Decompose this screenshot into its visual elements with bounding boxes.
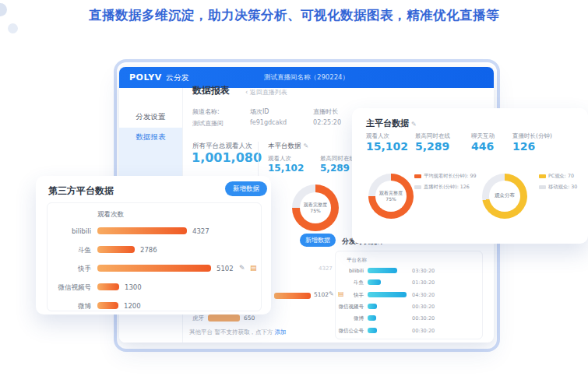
completion-donut-chart: 观看完整度 75% — [292, 184, 339, 231]
bar-value: 4327 — [192, 227, 209, 235]
stat-label: 观看人次 — [268, 155, 291, 163]
chart-title: 观看次数 — [97, 210, 124, 220]
stat-value: 15,102 — [366, 140, 408, 153]
save-icon[interactable]: ▤ — [338, 290, 344, 297]
bar — [97, 265, 211, 272]
edit-pencil-icon[interactable]: ✎ — [329, 290, 334, 297]
sidebar-item-data-report[interactable]: 数据报表 — [119, 128, 182, 146]
bar — [97, 227, 187, 234]
stat-label: 最高同时在线 — [415, 132, 450, 140]
bar-row: 快手5102✎▤ — [48, 264, 261, 273]
add-data-button[interactable]: 新增数据 — [300, 234, 336, 247]
stat-value: 5,289 — [415, 140, 449, 153]
info-label: 场次ID — [250, 107, 287, 116]
legend-item: 直播时长(分钟): 126 — [414, 184, 476, 191]
legend-item: 移动观众: 30 — [539, 184, 577, 191]
info-value: 测试直播间 — [192, 119, 224, 128]
stat-label: 直播时长(分钟) — [512, 132, 552, 140]
legend-swatch-icon — [414, 174, 421, 178]
donut-center-label: 观看完整度 75% — [292, 184, 339, 231]
info-label: 频道名称: — [192, 107, 224, 116]
bar — [368, 315, 376, 321]
bar-value: 00:30:20 — [412, 328, 435, 334]
save-icon[interactable]: ▤ — [250, 264, 257, 272]
bar-row: 微博00:30:20 — [336, 314, 482, 324]
bar — [97, 246, 135, 253]
page-title: 直播数据多维沉淀，助力决策分析、可视化数据图表，精准优化直播等 — [0, 7, 588, 24]
bar-label: 微信视频号 — [48, 283, 91, 293]
note-text: 其他平台 暂不支持获取，点下方添加 — [189, 329, 286, 336]
bar — [97, 283, 119, 290]
content-title: 数据报表 — [192, 84, 230, 97]
background-bar — [274, 293, 311, 299]
edit-pencil-icon[interactable]: ✎ — [411, 121, 417, 128]
bar-row: 微信公众号00:30:20 — [336, 327, 482, 336]
donut-legend: PC观众: 70移动观众: 30 — [539, 173, 577, 195]
info-field: 直播时长02:25:20 — [313, 107, 341, 128]
divider — [258, 142, 259, 176]
background-bar-value: 5102 — [314, 291, 329, 298]
bar-label: 斗鱼 — [48, 246, 91, 255]
donut-center-label: 观众分布 — [482, 174, 527, 219]
bar-value: 00:30:20 — [412, 315, 435, 322]
bar-row: 微信视频号1300 — [48, 283, 261, 292]
info-label: 直播时长 — [313, 107, 341, 116]
bar-row: 斗鱼2786 — [48, 245, 261, 255]
bar-value: 01:30:20 — [412, 279, 435, 286]
third-party-data-card: 第三方平台数据 新增数据 观看次数 bilibili4327斗鱼2786快手51… — [36, 176, 271, 314]
bar — [368, 328, 377, 333]
dashboard-header: POLYV 云分发 测试直播间名称（290224） — [119, 67, 494, 88]
info-field: 频道名称:测试直播间 — [192, 107, 224, 128]
card-title: 第三方平台数据 — [48, 184, 114, 198]
sidebar-item-distribution-settings[interactable]: 分发设置 — [119, 107, 182, 126]
bar-label: 微博 — [336, 315, 364, 322]
note-link[interactable]: 添加 — [274, 329, 286, 336]
legend-swatch-icon — [539, 185, 546, 189]
legend-item: PC观众: 70 — [539, 173, 577, 180]
completion-donut-chart: 观看完整度 75% — [368, 174, 414, 219]
audience-donut-chart: 观众分布 — [482, 174, 527, 219]
bar-value: 650 — [244, 314, 255, 322]
bar-label: 斗鱼 — [336, 279, 364, 286]
info-field: 场次IDfe91gdcakd — [250, 107, 287, 128]
bar-value: 03:30:20 — [412, 268, 435, 274]
bar — [97, 302, 118, 309]
add-data-button[interactable]: 新增数据 — [225, 181, 267, 196]
donut-center-label: 观看完整度 75% — [368, 174, 414, 219]
background-bar-value: 4327 — [319, 265, 333, 272]
views-bar-chart: 观看次数 bilibili4327斗鱼2786快手5102✎▤微信视频号1300… — [47, 202, 262, 311]
bar-value: 2786 — [140, 246, 157, 254]
bar-row: 快手04:30:20 — [336, 291, 482, 300]
bar-label: 虎牙 — [185, 314, 204, 322]
duration-chart-title: 平台名称 — [347, 257, 367, 264]
bar — [368, 268, 397, 273]
bar-row: 斗鱼01:30:20 — [336, 279, 482, 288]
card-title: 主平台数据✎ — [366, 118, 417, 129]
edit-pencil-icon[interactable]: ✎ — [304, 142, 309, 149]
edit-pencil-icon[interactable]: ✎ — [239, 264, 245, 272]
bar-value: 00:30:20 — [412, 304, 435, 310]
bar-label: bilibili — [336, 268, 364, 274]
bar-value: 04:30:20 — [412, 292, 435, 298]
back-link[interactable]: ‹ 返回直播列表 — [245, 88, 287, 97]
duration-chart: 平台名称 bilibili03:30:20斗鱼01:30:20快手04:30:2… — [335, 251, 483, 339]
page: 直播数据多维沉淀，助力决策分析、可视化数据图表，精准优化直播等 POLYV 云分… — [0, 0, 588, 383]
logo-suffix: 云分发 — [166, 72, 189, 83]
bar-value: 1300 — [125, 283, 142, 291]
stat-value: 15,102 — [268, 163, 304, 174]
bar-label: 快手 — [48, 265, 91, 274]
bar-value: 1200 — [124, 302, 141, 310]
stat-value: 446 — [471, 140, 494, 153]
bar-label: 微博 — [48, 302, 91, 311]
info-value: 02:25:20 — [313, 119, 341, 126]
decor-dot — [8, 23, 18, 33]
bar-label: bilibili — [48, 227, 91, 235]
stat-label: 聊天互动 — [471, 132, 495, 140]
bar-value: 5102 — [217, 265, 234, 272]
stat-value: 126 — [512, 140, 535, 153]
polyv-logo: POLYV — [129, 72, 162, 83]
bar-row: 微信视频号00:30:20 — [336, 303, 482, 312]
legend-item: 平均观看时长(分钟): 99 — [414, 173, 476, 180]
bar-row: bilibili03:30:20 — [336, 267, 482, 276]
bar — [368, 304, 377, 309]
